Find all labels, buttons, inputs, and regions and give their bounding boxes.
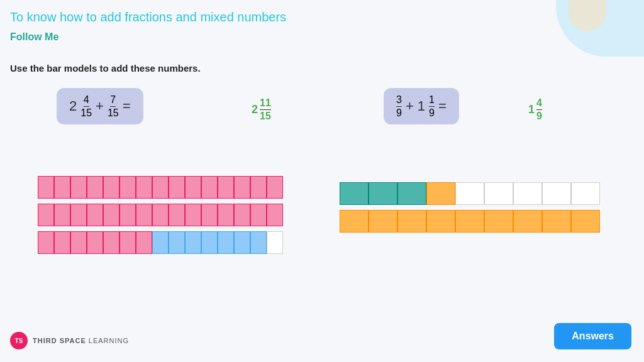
- bar-cell: [542, 182, 571, 205]
- right-plus: +: [406, 98, 414, 114]
- right-fraction1: 3 9: [396, 94, 402, 118]
- bar-cell: [38, 176, 54, 199]
- right-fraction1-num: 3: [396, 94, 402, 107]
- left-answer-den: 15: [260, 110, 271, 122]
- right-bar-row2: (function() { const container = document…: [340, 210, 600, 233]
- left-whole1: 2: [69, 98, 77, 114]
- bar-cell: [267, 204, 283, 226]
- logo-icon: TS: [10, 332, 28, 349]
- bar-cell: [103, 176, 119, 199]
- right-answer-num: 4: [536, 97, 542, 110]
- left-plus: +: [96, 98, 104, 114]
- bar-cell: [185, 231, 201, 254]
- right-answer-fraction: 4 9: [536, 97, 542, 121]
- bar-cell: [513, 210, 542, 233]
- right-fraction2-num: 1: [429, 94, 435, 107]
- right-bar-row1: (function() { const container = document…: [340, 182, 600, 205]
- bar-cell: [119, 231, 136, 254]
- right-answer: 1 4 9: [528, 97, 542, 121]
- bar-cell: [87, 204, 103, 226]
- bar-cell: [87, 176, 103, 199]
- bar-cell: [571, 210, 600, 233]
- bar-cell: [136, 204, 152, 226]
- bar-cell: [136, 176, 152, 199]
- bar-cell: [201, 204, 218, 226]
- bar-cell: [267, 176, 283, 199]
- left-bar-row1: (function() { const container = document…: [38, 176, 283, 199]
- answers-button[interactable]: Answers: [554, 323, 631, 349]
- instruction-text: Use the bar models to add these numbers.: [10, 63, 201, 74]
- bar-cell: [218, 204, 234, 226]
- left-bar-row2: (function() { const container = document…: [38, 204, 283, 226]
- bar-cell: [542, 210, 571, 233]
- right-fraction2-den: 9: [429, 107, 435, 119]
- bar-cell: [38, 231, 54, 254]
- bar-cell: [38, 204, 54, 226]
- bar-cell: [185, 176, 201, 199]
- brand-name: THIRD SPACE LEARNING: [33, 337, 129, 344]
- bar-cell: [484, 210, 513, 233]
- left-fraction1-den: 15: [80, 107, 92, 119]
- bar-cell: [103, 231, 119, 254]
- bar-cell: [54, 204, 70, 226]
- bar-cell: [218, 176, 234, 199]
- follow-me-label: Follow Me: [10, 31, 58, 43]
- left-answer-num: 11: [260, 97, 271, 110]
- left-fraction2-den: 15: [108, 107, 119, 119]
- bar-cell: [152, 231, 169, 254]
- bar-cell: [152, 204, 169, 226]
- bar-cell: [340, 182, 369, 205]
- bar-cell: [218, 231, 234, 254]
- left-fraction2: 7 15: [108, 94, 119, 118]
- bar-cell: [169, 231, 185, 254]
- bar-cell: [234, 231, 250, 254]
- right-fraction1-den: 9: [396, 107, 402, 119]
- bar-cell: [70, 204, 87, 226]
- left-bar-models: (function() { const container = document…: [38, 176, 283, 254]
- left-equation-box: 2 4 15 + 7 15 =: [57, 88, 143, 124]
- bar-cell: [201, 231, 218, 254]
- left-equals: =: [123, 98, 131, 114]
- bar-cell: [267, 231, 283, 254]
- right-equals: =: [438, 98, 447, 114]
- right-fraction2: 1 9: [429, 94, 435, 118]
- right-answer-den: 9: [536, 110, 542, 122]
- bar-cell: [250, 176, 267, 199]
- bar-cell: [103, 204, 119, 226]
- left-answer: 2 11 15: [252, 97, 271, 121]
- bar-cell: [119, 176, 136, 199]
- bar-cell: [369, 182, 397, 205]
- left-fraction1-num: 4: [84, 94, 89, 107]
- left-answer-fraction: 11 15: [260, 97, 271, 121]
- bar-cell: [426, 182, 455, 205]
- left-answer-whole: 2: [252, 103, 258, 116]
- bar-cell: [54, 176, 70, 199]
- bar-cell: [201, 176, 218, 199]
- bar-cell: [340, 210, 369, 233]
- bar-cell: [397, 182, 426, 205]
- left-bar-row3: (function() { const container = document…: [38, 231, 283, 254]
- right-whole2: 1: [418, 98, 425, 114]
- bar-cell: [234, 176, 250, 199]
- bar-cell: [119, 204, 136, 226]
- bar-cell: [234, 204, 250, 226]
- bar-cell: [70, 231, 87, 254]
- right-bar-models: (function() { const container = document…: [340, 182, 600, 233]
- bar-cell: [169, 204, 185, 226]
- bar-cell: [250, 231, 267, 254]
- bar-cell: [185, 204, 201, 226]
- bar-cell: [484, 182, 513, 205]
- logo-abbr: TS: [15, 337, 23, 344]
- bar-cell: [169, 176, 185, 199]
- left-fraction1: 4 15: [80, 94, 92, 118]
- bar-cell: [87, 231, 103, 254]
- page-title: To know how to add fractions and mixed n…: [10, 10, 286, 25]
- bar-cell: [455, 210, 484, 233]
- footer-logo: TS THIRD SPACE LEARNING: [10, 332, 129, 349]
- bar-cell: [513, 182, 542, 205]
- bar-cell: [397, 210, 426, 233]
- bar-cell: [70, 176, 87, 199]
- bar-cell: [54, 231, 70, 254]
- bar-cell: [455, 182, 484, 205]
- bar-cell: [571, 182, 600, 205]
